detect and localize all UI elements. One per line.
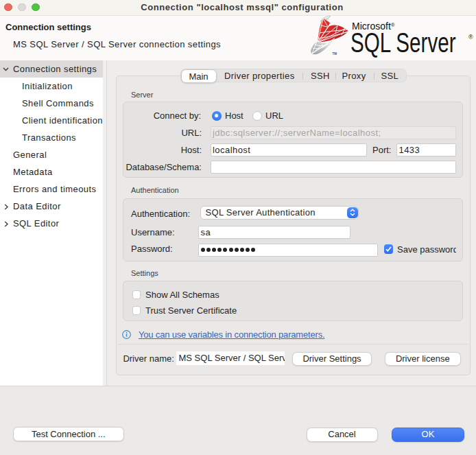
svg-text:TM: TM xyxy=(333,52,337,56)
